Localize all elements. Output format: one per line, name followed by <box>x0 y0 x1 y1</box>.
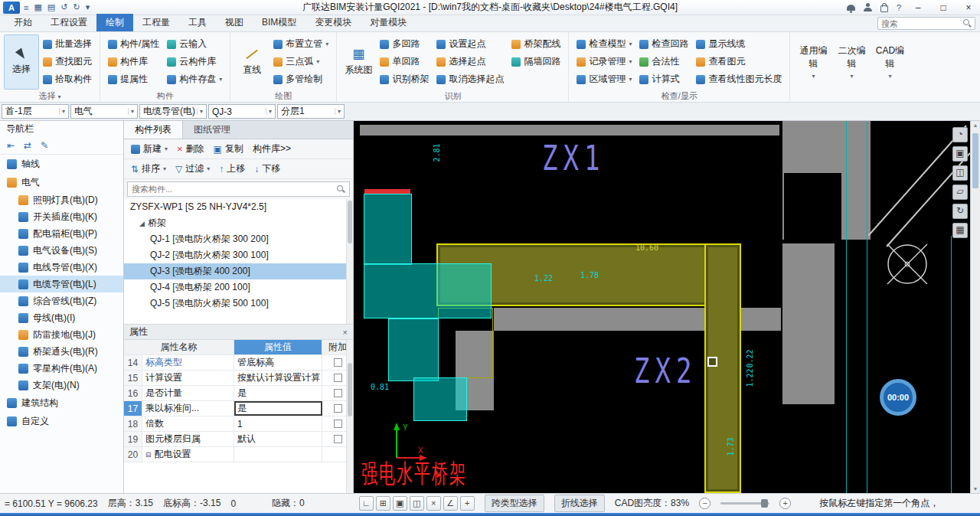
view-mode-icon[interactable]: ▣ <box>393 496 407 511</box>
cad-edit-button[interactable]: CAD编辑▾ <box>871 34 909 90</box>
general-edit-button[interactable]: 通用编辑▾ <box>794 34 832 90</box>
search-icon[interactable] <box>337 185 345 194</box>
line-button[interactable]: 直线 <box>234 34 270 90</box>
three-point-arc-button[interactable]: 三点弧▾ <box>270 53 332 70</box>
scroll-down-icon[interactable]: ▼ <box>971 486 980 492</box>
main-vertical-scrollbar[interactable]: ▲ ▼ <box>970 121 980 493</box>
check-circuit-button[interactable]: 检查回路 <box>635 35 692 53</box>
property-value-edit-cell[interactable]: 是 <box>234 401 322 416</box>
erase-mode-icon[interactable]: × <box>426 496 441 511</box>
nav-item-lighting[interactable]: 照明灯具(电)(D) <box>0 191 123 208</box>
section-view-icon[interactable]: ◫ <box>952 165 968 181</box>
formula-button[interactable]: 计算式 <box>635 70 692 88</box>
chart-icon[interactable]: ▦ <box>34 2 41 12</box>
multi-circuit-button[interactable]: 多回路 <box>376 35 433 53</box>
collapse-icon[interactable]: ⊟ <box>145 451 152 459</box>
nav-item-electrical[interactable]: 电气 <box>0 173 123 191</box>
column-header-value[interactable]: 属性值 <box>234 340 322 354</box>
attach-checkbox[interactable] <box>334 389 342 397</box>
nav-switch-icon[interactable]: ⇄ <box>24 140 31 151</box>
partition-circuit-button[interactable]: 隔墙回路 <box>508 53 564 70</box>
tab-drawing-management[interactable]: 图纸管理 <box>183 121 241 139</box>
component-library-button[interactable]: 构件库 <box>104 53 163 70</box>
undo-icon[interactable]: ↺ <box>60 2 67 12</box>
properties-scrollbar[interactable] <box>346 340 353 493</box>
grid-snap-icon[interactable]: ⊞ <box>376 496 390 511</box>
brightness-slider[interactable] <box>720 502 769 505</box>
notification-bell-icon[interactable] <box>847 5 855 11</box>
search-icon[interactable] <box>963 19 972 28</box>
component-item-qj3[interactable]: QJ-3 [强电桥架 400 200] <box>124 263 353 279</box>
attach-checkbox[interactable] <box>334 374 342 382</box>
multi-pipe-draw-button[interactable]: 多管绘制 <box>270 70 332 88</box>
component-search-box[interactable] <box>127 181 350 197</box>
new-component-button[interactable]: 新建▾ <box>128 141 171 157</box>
view-cube-icon[interactable]: ▣ <box>952 146 968 162</box>
find-element-button[interactable]: 查找图元 <box>39 53 96 70</box>
property-row[interactable]: 16 是否计量 是 <box>124 386 353 401</box>
component-item-qj2[interactable]: QJ-2 [强电防火桥架 300 100] <box>124 247 353 263</box>
attach-checkbox[interactable] <box>334 358 342 367</box>
ribbon-search-input[interactable] <box>881 19 963 28</box>
select-start-point-button[interactable]: 选择起点 <box>433 53 508 70</box>
single-circuit-button[interactable]: 单回路 <box>376 53 433 70</box>
nav-item-lightning-grounding[interactable]: 防雷接地(电)(J) <box>0 326 123 343</box>
extract-attribute-button[interactable]: 提属性 <box>104 70 163 88</box>
component-save-button[interactable]: 构件存盘▾ <box>163 70 226 88</box>
tab-tools[interactable]: 工具 <box>179 14 216 31</box>
view-linear-length-button[interactable]: 查看线性图元长度 <box>692 70 786 88</box>
check-model-button[interactable]: 检查模型▾ <box>573 35 635 53</box>
region-manage-button[interactable]: 区域管理▾ <box>573 70 635 88</box>
component-item-qj5[interactable]: QJ-5 [强电防火桥架 500 100] <box>124 296 353 312</box>
expand-icon[interactable]: ◢ <box>139 220 145 227</box>
nav-item-distribution-box[interactable]: 配电箱柜(电)(P) <box>0 225 123 242</box>
tab-draw[interactable]: 绘制 <box>96 14 133 31</box>
nav-item-cable-conduit[interactable]: 电缆导管(电)(L) <box>0 276 123 292</box>
nav-collapse-icon[interactable]: ⇤ <box>7 140 15 151</box>
recording-timer[interactable]: 00:00 <box>880 379 916 416</box>
move-down-button[interactable]: ↓下移 <box>251 161 283 177</box>
plane-view-icon[interactable]: ▱ <box>952 185 968 200</box>
cross-type-select-button[interactable]: 跨类型选择 <box>485 495 544 512</box>
layer-select[interactable]: 分层1▾ <box>277 104 345 119</box>
tab-project-settings[interactable]: 工程设置 <box>41 14 96 31</box>
scrollbar-thumb[interactable] <box>972 133 978 188</box>
nav-item-misc-component[interactable]: 零星构件(电)(A) <box>0 360 123 377</box>
minimize-button[interactable]: – <box>910 2 926 13</box>
brightness-minus-button[interactable]: − <box>699 498 710 509</box>
view-element-button[interactable]: 查看图元 <box>692 53 786 70</box>
orbit-icon[interactable]: ◔ <box>952 127 968 142</box>
nav-item-tray-fitting[interactable]: 桥架通头(电)(R) <box>0 343 123 360</box>
point-snap-icon[interactable]: + <box>460 496 475 511</box>
brightness-slider-knob[interactable] <box>761 499 768 508</box>
rotate-view-icon[interactable]: ↻ <box>952 204 968 219</box>
store-icon[interactable] <box>880 5 888 12</box>
batch-select-button[interactable]: 批量选择 <box>39 35 96 53</box>
property-row-selected[interactable]: 17 乘以标准间... 是 <box>124 401 353 416</box>
floor-select[interactable]: 首-1层▾ <box>2 104 69 119</box>
layer-table-icon[interactable]: ▦ <box>952 223 968 238</box>
show-cable-button[interactable]: 显示线缆 <box>692 35 786 53</box>
record-manage-button[interactable]: 记录管理▾ <box>573 53 635 70</box>
selected-element[interactable] <box>364 263 492 318</box>
legality-button[interactable]: 合法性 <box>635 53 692 70</box>
tab-quantities[interactable]: 工程量 <box>133 14 179 31</box>
filter-button[interactable]: ▽过滤▾ <box>172 161 213 177</box>
copy-component-button[interactable]: ▣复制 <box>211 141 247 157</box>
angle-snap-icon[interactable]: ∠ <box>443 496 458 511</box>
maximize-button[interactable]: □ <box>935 2 952 13</box>
nav-item-axis[interactable]: 轴线 <box>0 155 123 173</box>
select-button[interactable]: 选择 <box>4 34 39 90</box>
cloud-input-button[interactable]: 云输入 <box>163 35 226 53</box>
property-row[interactable]: 18 倍数 1 <box>124 416 353 432</box>
tray-wiring-button[interactable]: 桥架配线 <box>508 35 564 53</box>
section-mode-icon[interactable]: ◫ <box>410 496 424 511</box>
nav-item-integrated-pipeline[interactable]: 综合管线(电)(Z) <box>0 292 123 309</box>
component-type-select[interactable]: 电缆导管(电)▾ <box>139 104 207 119</box>
specialty-select[interactable]: 电气▾ <box>70 104 138 119</box>
qat-dropdown-icon[interactable]: ▾ <box>86 2 90 12</box>
close-button[interactable]: × <box>960 2 977 13</box>
tab-component-list[interactable]: 构件列表 <box>124 121 183 139</box>
tab-compare-module[interactable]: 对量模块 <box>361 14 416 31</box>
cad-viewport[interactable]: 2.81 1.22 1.78 10.60 0.81 0.22 1.22 1.73… <box>354 121 970 493</box>
